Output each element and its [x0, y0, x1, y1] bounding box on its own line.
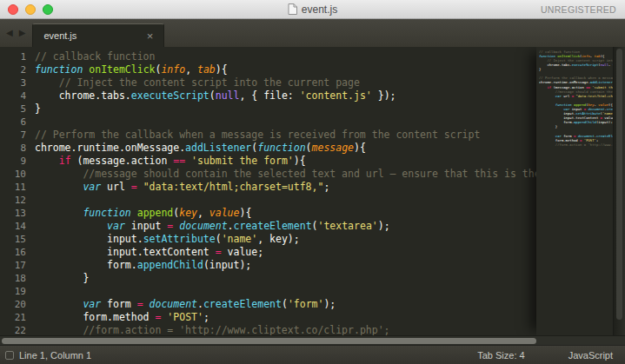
tab-event-js[interactable]: event.js ×	[32, 23, 164, 47]
tab-nav-arrows: ◀ ▶	[0, 19, 32, 47]
zoom-window-button[interactable]	[43, 4, 53, 15]
sublime-window: event.js UNREGISTERED ◀ ▶ event.js × 123…	[0, 0, 625, 364]
titlebar: event.js UNREGISTERED	[0, 0, 625, 19]
tab-label: event.js	[43, 30, 76, 41]
minimap[interactable]: // callback functionfunction onItemClick…	[536, 47, 613, 335]
vertical-scrollbar[interactable]	[613, 47, 625, 335]
tab-scroll-right-icon[interactable]: ▶	[19, 29, 26, 37]
caret-position: Line 1, Column 1	[19, 350, 91, 361]
syntax-button[interactable]: JavaScript	[568, 350, 613, 361]
window-title-text: event.js	[302, 3, 337, 16]
document-icon	[288, 3, 297, 15]
status-right: Tab Size: 4 JavaScript	[477, 350, 613, 361]
editor[interactable]: 12345678910111213141516171819202122 // c…	[0, 47, 625, 335]
tab-size-button[interactable]: Tab Size: 4	[477, 350, 524, 361]
vertical-scrollbar-thumb[interactable]	[616, 49, 622, 320]
minimize-window-button[interactable]	[25, 4, 36, 15]
tab-close-icon[interactable]: ×	[147, 30, 154, 42]
close-window-button[interactable]	[8, 4, 18, 15]
registration-status: UNREGISTERED	[541, 0, 616, 18]
status-left: Line 1, Column 1	[5, 350, 91, 361]
tab-bar: ◀ ▶ event.js ×	[0, 19, 625, 47]
tab-scroll-left-icon[interactable]: ◀	[6, 29, 13, 37]
panel-toggle-icon[interactable]	[5, 351, 14, 360]
horizontal-scrollbar[interactable]	[0, 335, 625, 345]
traffic-lights	[0, 4, 53, 15]
window-title: event.js	[0, 0, 625, 18]
status-bar: Line 1, Column 1 Tab Size: 4 JavaScript	[0, 345, 625, 364]
horizontal-scrollbar-thumb[interactable]	[2, 338, 536, 344]
gutter[interactable]: 12345678910111213141516171819202122	[0, 50, 26, 335]
